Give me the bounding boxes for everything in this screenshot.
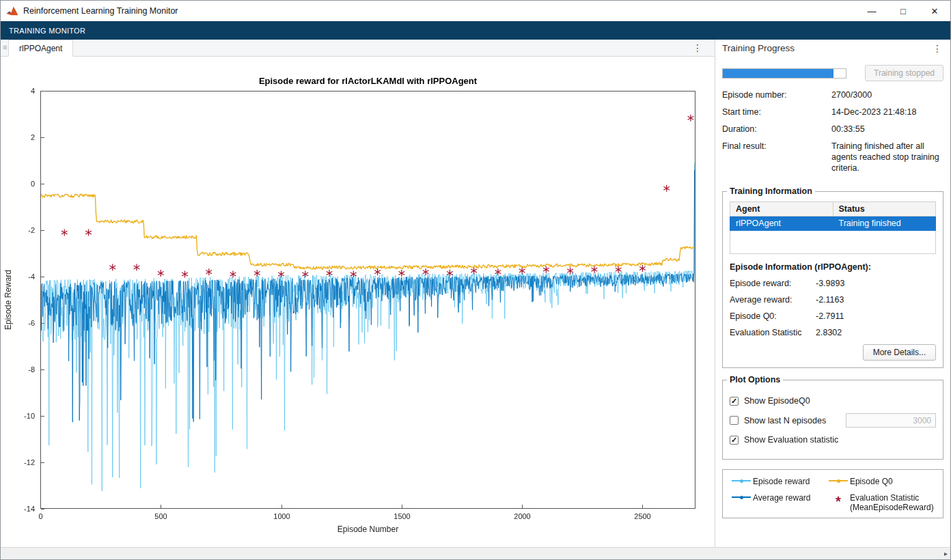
toolstrip-ribbon: TRAINING MONITOR (1, 21, 950, 40)
option-show-evaluation-statistic[interactable]: Show Evaluation statistic (730, 435, 936, 445)
agent-column-header: Agent (730, 202, 833, 216)
plot-options-section: Plot Options Show EpisodeQ0 Show last N … (722, 375, 943, 460)
episode-reward-label: Episode reward: (730, 279, 816, 288)
last-n-episodes-input[interactable] (846, 413, 936, 428)
field-final-result: Final result: Training finished after al… (722, 141, 943, 173)
window-title: Reinforcement Learning Training Monitor (23, 6, 178, 16)
training-information-title: Training Information (727, 186, 815, 196)
figure-menu-icon[interactable]: ⋮ (690, 42, 705, 53)
legend-episode-reward: Episode reward (730, 477, 827, 486)
legend-evaluation-statistic: * Evaluation Statistic (MeanEpisodeRewar… (827, 493, 936, 512)
duration-label: Duration: (722, 124, 831, 135)
document-bar-icon[interactable]: ≡ (3, 43, 7, 51)
agent-status-table: Agent Status rlPPOAgent Training finishe… (730, 201, 936, 254)
average-reward-label: Average reward: (730, 295, 816, 305)
show-evaluation-label: Show Evaluation statistic (744, 435, 838, 445)
episode-number-value: 2700/3000 (831, 89, 943, 100)
matlab-icon (6, 5, 18, 17)
ribbon-tab-training-monitor[interactable]: TRAINING MONITOR (9, 27, 85, 35)
progress-bar-fill (723, 69, 833, 78)
option-show-episodeq0[interactable]: Show EpisodeQ0 (730, 396, 936, 406)
final-result-value: Training finished after all agents reach… (831, 141, 943, 173)
close-button[interactable]: ✕ (919, 1, 950, 21)
reward-chart (1, 57, 712, 543)
training-stopped-button[interactable]: Training stopped (865, 65, 943, 81)
minimize-button[interactable]: — (856, 1, 887, 21)
evaluation-statistic-value: 2.8302 (816, 328, 936, 337)
average-reward-value: -2.1163 (816, 295, 936, 305)
agent-table-empty-space (730, 231, 936, 254)
duration-value: 00:33:55 (831, 124, 943, 135)
field-duration: Duration: 00:33:55 (722, 124, 943, 135)
status-bar: ▸ (1, 547, 950, 559)
show-episodeq0-checkbox[interactable] (730, 397, 739, 406)
status-column-header: Status (833, 202, 936, 216)
panel-title: Training Progress (722, 43, 795, 53)
statusbar-expand-icon[interactable]: ▸ (944, 550, 948, 557)
app-window: Reinforcement Learning Training Monitor … (0, 0, 951, 560)
episode-reward-value: -3.9893 (816, 279, 936, 288)
start-time-value: 14-Dec-2023 21:48:18 (831, 107, 943, 117)
status-cell: Training finished (833, 216, 936, 231)
figure-area (1, 57, 715, 547)
stat-episode-q0: Episode Q0: -2.7911 (730, 311, 936, 321)
legend-episode-q0-label: Episode Q0 (850, 477, 893, 486)
show-last-n-label: Show last N episodes (744, 416, 826, 425)
stat-evaluation-statistic: Evaluation Statistic 2.8302 (730, 328, 936, 337)
legend-episode-reward-label: Episode reward (753, 477, 810, 486)
episode-q0-value: -2.7911 (816, 311, 936, 321)
episode-information-title: Episode Information (rlPPOAgent): (730, 262, 936, 272)
legend-evaluation-statistic-label: Evaluation Statistic (MeanEpisodeReward) (850, 493, 936, 512)
legend-episode-q0: Episode Q0 (827, 477, 936, 486)
agent-table-row[interactable]: rlPPOAgent Training finished (730, 216, 936, 231)
field-start-time: Start time: 14-Dec-2023 21:48:18 (722, 107, 943, 117)
maximize-button[interactable]: □ (887, 1, 919, 21)
show-evaluation-checkbox[interactable] (730, 436, 739, 445)
legend-episode-q0-marker (827, 480, 850, 481)
show-last-n-checkbox[interactable] (730, 416, 739, 425)
show-episodeq0-label: Show EpisodeQ0 (744, 396, 810, 406)
panel-menu-icon[interactable]: ⋮ (931, 43, 943, 54)
start-time-label: Start time: (722, 107, 831, 117)
final-result-label: Final result: (722, 141, 831, 152)
legend-episode-reward-marker (730, 480, 753, 481)
plot-options-title: Plot Options (727, 375, 783, 384)
option-show-last-n-episodes[interactable]: Show last N episodes (730, 413, 936, 428)
training-progress-bar (722, 68, 846, 79)
training-information-section: Training Information Agent Status rlPPOA… (722, 186, 943, 368)
window-controls: — □ ✕ (856, 1, 950, 21)
agent-table-header-row: Agent Status (730, 202, 936, 216)
progress-row: Training stopped (722, 65, 943, 81)
agent-cell: rlPPOAgent (730, 216, 833, 231)
chart-legend: Episode reward Episode Q0 Average reward… (722, 469, 943, 518)
document-tab-strip: ≡ rlPPOAgent ⋮ (1, 40, 715, 57)
episode-q0-label: Episode Q0: (730, 311, 816, 321)
evaluation-statistic-label: Evaluation Statistic (730, 328, 816, 337)
training-summary-fields: Episode number: 2700/3000 Start time: 14… (722, 89, 943, 180)
legend-average-reward: Average reward (730, 493, 827, 512)
legend-evaluation-statistic-marker: * (827, 496, 850, 505)
stat-episode-reward: Episode reward: -3.9893 (730, 279, 936, 288)
main-content: ≡ rlPPOAgent ⋮ Training Progress ⋮ Train… (1, 40, 950, 547)
training-progress-header: Training Progress ⋮ (722, 40, 943, 57)
episode-number-label: Episode number: (722, 89, 831, 100)
stat-average-reward: Average reward: -2.1163 (730, 295, 936, 305)
tab-rlppoagent[interactable]: rlPPOAgent (8, 40, 73, 57)
more-details-button[interactable]: More Details... (863, 344, 936, 361)
legend-average-reward-marker (730, 496, 753, 498)
training-progress-panel: Training Progress ⋮ Training stopped Epi… (715, 40, 950, 547)
legend-average-reward-label: Average reward (753, 493, 811, 503)
title-bar: Reinforcement Learning Training Monitor … (1, 1, 950, 21)
more-details-row: More Details... (730, 344, 936, 361)
figure-document-area: ≡ rlPPOAgent ⋮ (1, 40, 715, 547)
field-episode-number: Episode number: 2700/3000 (722, 89, 943, 100)
